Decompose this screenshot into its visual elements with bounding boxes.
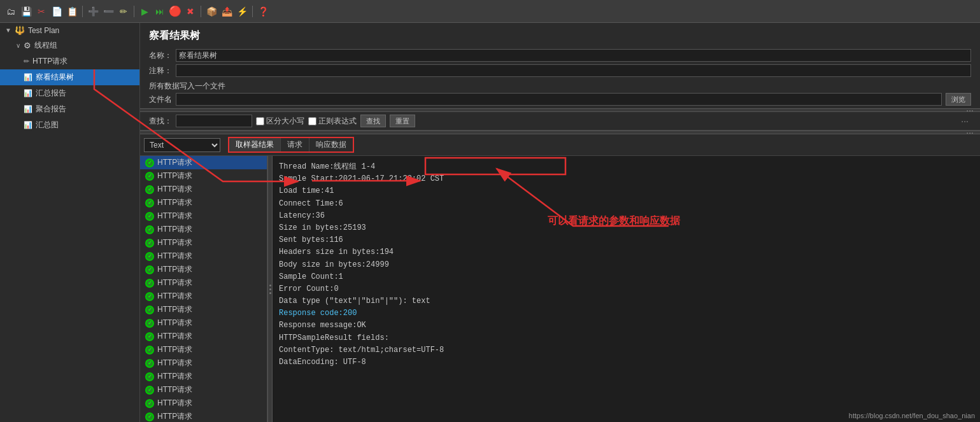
request-item[interactable]: HTTP请求: [140, 290, 267, 303]
status-success-icon: [145, 225, 154, 234]
request-item[interactable]: HTTP请求: [140, 223, 267, 236]
form-area: 名称： 注释： 所有数据写入一个文件 文件名 浏览: [140, 46, 980, 108]
request-item[interactable]: HTTP请求: [140, 330, 267, 343]
toolbar-icon-add[interactable]: ➕: [86, 4, 100, 18]
toolbar-icon-save[interactable]: 💾: [19, 4, 33, 18]
toolbar-icon-help[interactable]: ❓: [256, 4, 270, 18]
request-item-label: HTTP请求: [157, 331, 192, 342]
request-item-label: HTTP请求: [157, 304, 192, 315]
request-item-label: HTTP请求: [157, 358, 192, 369]
toolbar-icon-remote[interactable]: 📤: [220, 4, 234, 18]
detail-line: Response code:200: [279, 307, 974, 320]
tab-response-data[interactable]: 响应数据: [309, 138, 353, 151]
status-success-icon: [145, 386, 154, 395]
resize-handle[interactable]: [267, 156, 273, 422]
request-item[interactable]: HTTP请求: [140, 383, 267, 397]
case-sensitive-text: 区分大小写: [266, 116, 304, 127]
sidebar-item-graph-report[interactable]: 📊 汇总图: [0, 117, 139, 133]
request-item[interactable]: HTTP请求: [140, 263, 267, 276]
toolbar-icon-run[interactable]: ▶: [138, 4, 152, 18]
request-item-label: HTTP请求: [157, 318, 192, 328]
toolbar-sep-2: [134, 6, 134, 17]
tree-arrow-icon-2: ∨: [16, 42, 20, 49]
toolbar-icon-remove[interactable]: ➖: [101, 4, 115, 18]
status-success-icon: [145, 185, 154, 194]
name-input[interactable]: [176, 49, 971, 62]
detail-line: Sent bytes:116: [279, 234, 974, 246]
toolbar-icon-lightning[interactable]: ⚡: [235, 4, 249, 18]
request-item[interactable]: HTTP请求: [140, 370, 267, 383]
request-item[interactable]: HTTP请求: [140, 236, 267, 250]
request-item[interactable]: HTTP请求: [140, 303, 267, 316]
file-input[interactable]: [176, 93, 942, 106]
request-item[interactable]: HTTP请求: [140, 169, 267, 183]
browse-button[interactable]: 浏览: [946, 93, 971, 106]
thread-icon: ⚙: [24, 41, 31, 50]
request-item[interactable]: HTTP请求: [140, 276, 267, 290]
request-item-label: HTTP请求: [157, 278, 192, 288]
request-item[interactable]: HTTP请求: [140, 250, 267, 263]
sidebar-item-http-request[interactable]: ✏ HTTP请求: [0, 53, 139, 69]
request-item-label: HTTP请求: [157, 197, 192, 208]
search-button[interactable]: 查找: [360, 115, 386, 127]
more-dots-search[interactable]: ···: [958, 116, 971, 126]
sidebar-item-result-tree[interactable]: 📊 察看结果树: [0, 69, 139, 85]
search-input[interactable]: [176, 115, 252, 127]
status-success-icon: [145, 292, 154, 301]
tab-request[interactable]: 请求: [281, 138, 309, 151]
toolbar-icon-package[interactable]: 📦: [204, 4, 218, 18]
tab-group: 取样器结果 请求 响应数据: [228, 137, 354, 153]
request-item[interactable]: HTTP请求: [140, 397, 267, 410]
detail-line: Body size in bytes:24999: [279, 259, 974, 271]
request-item[interactable]: HTTP请求: [140, 183, 267, 196]
status-success-icon: [145, 199, 154, 207]
regex-label[interactable]: 正则表达式: [308, 116, 357, 127]
comment-row: 注释：: [149, 64, 971, 77]
file-label: 文件名: [149, 94, 172, 105]
request-item[interactable]: HTTP请求: [140, 343, 267, 356]
request-item[interactable]: HTTP请求: [140, 209, 267, 223]
request-item-label: HTTP请求: [157, 251, 192, 262]
toolbar-icon-copy[interactable]: 📄: [50, 4, 64, 18]
case-sensitive-label[interactable]: 区分大小写: [256, 116, 304, 127]
detail-panel: Thread Name:线程组 1-4Sample Start:2021-06-…: [273, 156, 980, 422]
status-success-icon: [145, 332, 154, 341]
sidebar-item-thread-group[interactable]: ∨ ⚙ 线程组: [0, 38, 139, 53]
sidebar-item-label: 汇总报告: [36, 88, 66, 99]
results-body: HTTP请求HTTP请求HTTP请求HTTP请求HTTP请求HTTP请求HTTP…: [140, 156, 980, 422]
toolbar-icon-next[interactable]: ⏭: [153, 4, 167, 18]
name-label: 名称：: [149, 50, 172, 61]
toolbar-icon-paste[interactable]: 📋: [65, 4, 79, 18]
status-success-icon: [145, 399, 154, 408]
format-select[interactable]: Text HTML JSON XML RegExp: [144, 138, 220, 152]
request-list: HTTP请求HTTP请求HTTP请求HTTP请求HTTP请求HTTP请求HTTP…: [140, 156, 267, 422]
request-item[interactable]: HTTP请求: [140, 410, 267, 422]
reset-button[interactable]: 重置: [390, 115, 415, 127]
toolbar-icon-edit[interactable]: ✏: [117, 4, 131, 18]
detail-line: Load time:41: [279, 185, 974, 197]
toolbar-icon-cut[interactable]: ✂: [34, 4, 48, 18]
toolbar-icon-folder[interactable]: 🗂: [4, 4, 18, 18]
request-item[interactable]: HTTP请求: [140, 196, 267, 209]
request-item[interactable]: HTTP请求: [140, 316, 267, 330]
result-tree-icon: 📊: [24, 73, 32, 81]
request-item[interactable]: HTTP请求: [140, 156, 267, 169]
request-item-label: HTTP请求: [157, 211, 192, 222]
sidebar-item-summary-report[interactable]: 📊 汇总报告: [0, 85, 139, 101]
toolbar-icon-close[interactable]: ✖: [183, 4, 197, 18]
comment-input[interactable]: [176, 64, 971, 77]
results-top-left: Text HTML JSON XML RegExp 取样器结果 请求: [144, 137, 354, 153]
sidebar-item-label: Test Plan: [28, 26, 59, 35]
request-item-label: HTTP请求: [157, 384, 192, 395]
request-item-label: HTTP请求: [157, 398, 192, 409]
detail-line: ContentType: text/html;charset=UTF-8: [279, 344, 974, 356]
request-item[interactable]: HTTP请求: [140, 356, 267, 370]
sidebar-item-test-plan[interactable]: ▼ 🔱 Test Plan: [0, 23, 139, 38]
detail-line: Error Count:0: [279, 283, 974, 295]
sidebar-item-agg-report[interactable]: 📊 聚合报告: [0, 101, 139, 117]
handle-dot-3: [269, 292, 271, 294]
case-sensitive-checkbox[interactable]: [256, 117, 264, 125]
tab-sampler-result[interactable]: 取样器结果: [229, 138, 281, 151]
toolbar-icon-stop[interactable]: 🔴: [168, 4, 182, 18]
regex-checkbox[interactable]: [308, 117, 316, 125]
